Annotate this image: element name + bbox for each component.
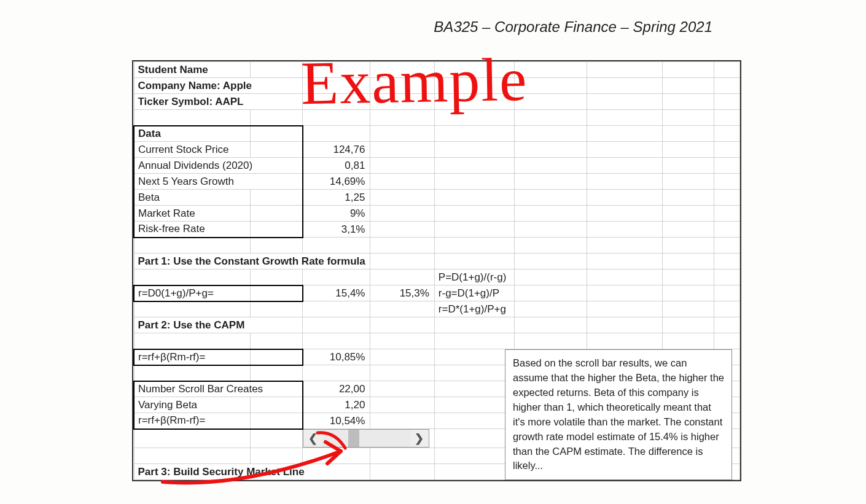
data-row-value: 1,25 [303, 190, 370, 206]
data-row-value: 3,1% [303, 222, 370, 238]
scrollbar-track[interactable] [322, 430, 410, 447]
part1-header: Part 1: Use the Constant Growth Rate for… [134, 254, 370, 269]
side-formula-1: P=D(1+g)/(r-g) [434, 269, 514, 285]
beta-scrollbar[interactable]: ❮ ❯ [303, 429, 429, 448]
side-formula-3: r=D*(1+g)/P+g [434, 301, 514, 317]
scroll-bar-value: 22,00 [303, 381, 370, 397]
part1-formula-label: r=D0(1+g)/P+g= [134, 285, 251, 301]
scrollbar-right-button[interactable]: ❯ [410, 430, 429, 447]
scrollbar-thumb[interactable] [348, 430, 359, 447]
part1-alt-value: 15,3% [370, 285, 434, 301]
data-row-label: Next 5 Years Growth [134, 174, 303, 190]
varying-beta-value: 1,20 [303, 397, 370, 413]
ticker-label: Ticker Symbol: AAPL [134, 94, 303, 110]
company-name-label: Company Name: Apple [134, 78, 303, 94]
data-row-label: Market Rate [134, 206, 251, 222]
capm2-formula-label: r=rf+β(Rm-rf)= [134, 413, 251, 429]
data-row-value: 14,69% [303, 174, 370, 190]
capm2-value: 10,54% [303, 413, 370, 429]
scrollbar-left-button[interactable]: ❮ [303, 430, 322, 447]
data-row-label: Risk-free Rate [134, 222, 251, 238]
data-row-label: Beta [134, 190, 251, 206]
data-row-value: 124,76 [303, 142, 370, 158]
capm-formula-label: r=rf+β(Rm-rf)= [134, 349, 251, 365]
scroll-bar-label: Number Scroll Bar Creates [134, 381, 303, 397]
analysis-note-box: Based on the scroll bar results, we can … [505, 349, 732, 480]
capm-value: 10,85% [303, 349, 370, 365]
spreadsheet: Student Name Company Name: Apple Ticker … [132, 60, 741, 481]
data-row-value: 0,81 [303, 158, 370, 174]
side-formula-2: r-g=D(1+g)/P [434, 285, 514, 301]
part3-header: Part 3: Build Security Market Line [134, 464, 370, 480]
data-header: Data [134, 126, 251, 142]
data-row-label: Current Stock Price [134, 142, 251, 158]
student-name-label: Student Name [134, 62, 251, 78]
part2-header: Part 2: Use the CAPM [134, 317, 303, 333]
varying-beta-label: Varying Beta [134, 397, 251, 413]
data-row-label: Annual Dividends (2020) [134, 158, 303, 174]
data-row-value: 9% [303, 206, 370, 222]
page-header: BA325 – Corporate Finance – Spring 2021 [12, 18, 854, 36]
part1-value: 15,4% [303, 285, 370, 301]
